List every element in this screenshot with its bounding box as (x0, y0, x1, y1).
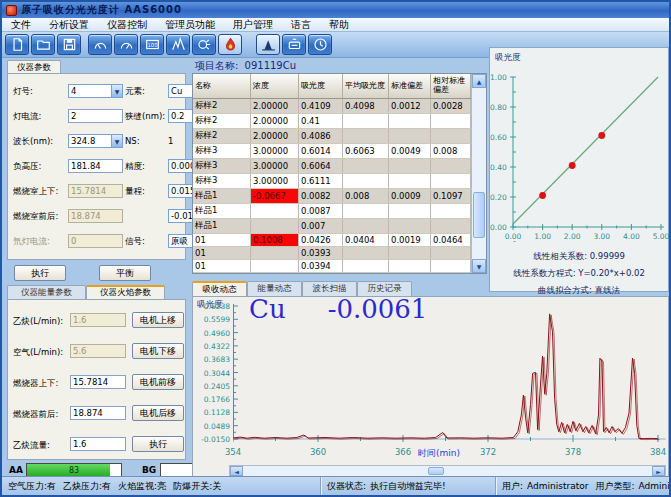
user-type-label: 用户类型: (595, 480, 634, 493)
calibration-stat-1-label: 线性系数方程式: (513, 268, 578, 278)
table-row[interactable]: 标样33.000000.6111 (193, 174, 471, 189)
tab-能量动态[interactable]: 能量动态 (247, 281, 302, 296)
user-status-section: 用户: Administrator 用户类型: Administrator (496, 477, 669, 495)
table-row[interactable]: 标样33.000000.60140.60630.00490.008 (193, 144, 471, 159)
flame-row-4-button[interactable]: 执行 (132, 436, 184, 452)
table-row[interactable]: 010.10080.04260.04040.00190.0464 (193, 234, 471, 247)
menu-item-管理员功能[interactable]: 管理员功能 (156, 18, 224, 31)
scroll-down-button[interactable]: ▼ (472, 259, 486, 273)
table-row[interactable]: 标样22.000000.41 (193, 114, 471, 129)
table-vertical-scrollbar[interactable]: ▲ ▼ (471, 74, 486, 273)
param-2-left-select-value: 324.8 (69, 135, 111, 147)
flame-row-0-button-label: 电机上移 (140, 314, 176, 327)
tab-仪器火焰参数[interactable]: 仪器火焰参数 (86, 285, 165, 299)
new-file-icon[interactable] (5, 34, 29, 55)
balance-button[interactable]: 平衡 (99, 265, 151, 281)
app-icon (6, 5, 17, 16)
user-value: Administrator (527, 481, 588, 491)
param-6-left-input: 0 (68, 234, 123, 248)
table-row[interactable]: 标样22.000000.4086 (193, 129, 471, 144)
column-header-1: 浓度 (251, 74, 299, 98)
table-row[interactable]: 010.0394 (193, 260, 471, 273)
flame-row-2-input[interactable]: 15.7814 (70, 375, 126, 389)
menu-item-用户管理[interactable]: 用户管理 (224, 18, 282, 31)
table-cell: 0.4098 (343, 99, 389, 113)
flame-row-2-button[interactable]: 电机前移 (132, 374, 184, 390)
lamp-gauge-icon[interactable] (114, 34, 138, 55)
table-cell: 0.1097 (431, 189, 471, 203)
flame-row-0-input: 1.6 (70, 313, 126, 327)
flame-row-3-input[interactable]: 18.874 (70, 406, 126, 420)
table-cell: 0.0464 (431, 234, 471, 246)
table-row[interactable]: 010.0393 (193, 247, 471, 260)
column-header-4: 标准偏差 (389, 74, 431, 98)
table-cell: 0.0394 (299, 260, 343, 272)
column-header-3: 平均吸光度 (343, 74, 389, 98)
table-cell: 0.1008 (251, 234, 299, 246)
window-title: 原子吸收分光光度计 AAS6000 (21, 3, 182, 17)
menu-item-文件[interactable]: 文件 (2, 18, 40, 31)
axis-tick-label: 0.40 (490, 163, 505, 172)
execute-button[interactable]: 执行 (14, 265, 66, 281)
table-cell (343, 219, 389, 233)
flame-row-4-input[interactable]: 1.6 (70, 437, 126, 451)
scroll-up-button[interactable]: ▲ (472, 74, 486, 88)
flame-row-3-button[interactable]: 电机后移 (132, 405, 184, 421)
scroll-right-button[interactable]: ► (652, 466, 665, 476)
axis-tick-label: 384 (650, 447, 666, 457)
param-label-3-left: 负高压: (13, 159, 66, 173)
menu-item-仪器控制[interactable]: 仪器控制 (98, 18, 156, 31)
table-cell: 0.0426 (299, 234, 343, 246)
save-icon[interactable] (57, 34, 81, 55)
param-label-3-right: 精度: (125, 159, 166, 173)
chevron-down-icon[interactable]: ▼ (111, 85, 122, 97)
wavelength-scan-icon[interactable] (256, 34, 280, 55)
execute-button-label: 执行 (31, 267, 49, 280)
param-2-left-select[interactable]: 324.8▼ (68, 134, 123, 148)
user-type-value: Administrator (638, 481, 669, 491)
flame-row-1-input: 5.6 (70, 344, 126, 358)
table-cell: 0.0028 (431, 99, 471, 113)
tab-instrument-params[interactable]: 仪器参数 (7, 60, 61, 74)
param-label-1-left: 灯电流: (13, 109, 66, 123)
table-cell: 标样3 (193, 174, 251, 188)
param-0-left-select[interactable]: 4▼ (68, 84, 123, 98)
param-1-left-input[interactable]: 2 (68, 109, 123, 123)
flame-params-panel: 乙炔(L/min):1.6电机上移空气(L/min):5.6电机下移燃烧器上下:… (7, 299, 186, 460)
energy-meter-icon[interactable] (88, 34, 112, 55)
table-row[interactable]: 样品1-0.06670.00820.0080.00090.1097 (193, 189, 471, 204)
table-row[interactable]: 标样33.000000.6064 (193, 159, 471, 174)
table-cell: 01 (193, 234, 251, 246)
menu-item-分析设置[interactable]: 分析设置 (40, 18, 98, 31)
flame-row-1-button[interactable]: 电机下移 (132, 343, 184, 359)
tab-波长扫描[interactable]: 波长扫描 (302, 281, 357, 296)
timer-icon[interactable] (308, 34, 332, 55)
tab-历史记录[interactable]: 历史记录 (357, 281, 412, 296)
scrollbar-thumb[interactable] (473, 192, 485, 238)
param-3-left-input[interactable]: 181.84 (68, 159, 123, 173)
table-cell (343, 204, 389, 218)
table-cell: 样品1 (193, 189, 251, 203)
hscrollbar-thumb[interactable] (428, 467, 444, 475)
table-row[interactable]: 标样22.000000.41090.40980.00120.0028 (193, 99, 471, 114)
gain-100-icon[interactable]: 100 (140, 34, 164, 55)
chevron-down-icon[interactable]: ▼ (111, 135, 122, 147)
lamp-icon[interactable] (192, 34, 216, 55)
flame-row-0-button[interactable]: 电机上移 (132, 312, 184, 328)
tab-吸收动态[interactable]: 吸收动态 (192, 281, 247, 296)
table-cell (343, 114, 389, 128)
table-row[interactable]: 样品10.007 (193, 219, 471, 234)
instrument-params-grid: 灯号:4▼元素:Cu▼灯电流:2狭缝(nm):0.2▼波长(nm):324.8▼… (8, 74, 185, 248)
scroll-left-button[interactable]: ◄ (230, 466, 243, 476)
calibration-stat-1-value: Y=0.20*x+0.02 (578, 268, 645, 278)
open-file-icon[interactable] (31, 34, 55, 55)
table-cell: 标样2 (193, 99, 251, 113)
table-row[interactable]: 样品10.0087 (193, 204, 471, 219)
menu-item-语言[interactable]: 语言 (282, 18, 320, 31)
tab-仪器能量参数[interactable]: 仪器能量参数 (7, 285, 86, 299)
flame-icon[interactable] (218, 34, 242, 55)
burner-icon[interactable] (282, 34, 306, 55)
peak-scan-icon[interactable] (166, 34, 190, 55)
menu-item-帮助[interactable]: 帮助 (320, 18, 358, 31)
timeseries-plot (233, 302, 666, 444)
